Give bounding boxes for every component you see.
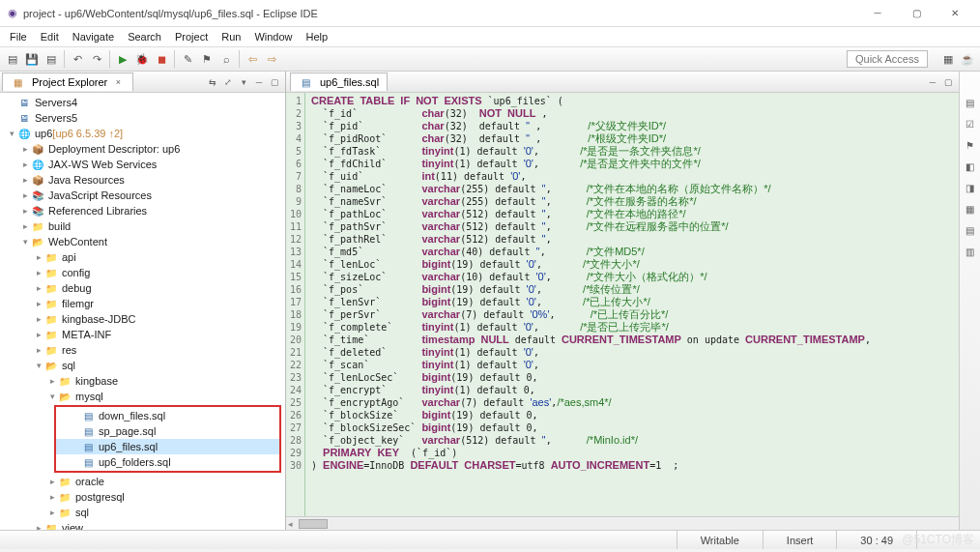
tree-node[interactable]: ▸📁debug [0,280,285,296]
forward-icon[interactable]: ⇨ [263,50,280,68]
tree-node[interactable]: ▸📚Referenced Libraries [0,203,285,218]
maximize-button[interactable]: ▢ [899,3,934,24]
tree-node[interactable]: ▾📂sql [0,358,285,373]
tree-node[interactable]: 🖥Servers4 [0,95,285,110]
rail-icon[interactable]: ▦ [963,201,978,217]
minimize-editor-icon[interactable]: ─ [926,75,939,89]
menu-run[interactable]: Run [216,29,246,44]
link-icon[interactable]: ⤢ [221,75,235,89]
bookmark-icon[interactable]: ⚑ [963,137,978,153]
debug-icon[interactable]: 🐞 [133,50,151,68]
quick-access[interactable]: Quick Access [847,50,928,68]
tree-node[interactable]: ▤up6_files.sql [56,439,279,454]
stop-icon[interactable]: ◼ [153,50,170,68]
tree-node[interactable]: ▸📁view [0,520,285,530]
new-icon[interactable]: ▤ [4,50,21,68]
tree-node[interactable]: ▾📂mysql [0,389,285,404]
code-content[interactable]: CREATE TABLE IF NOT EXISTS `up6_files` (… [305,93,959,516]
close-button[interactable]: ✕ [937,3,972,24]
menu-edit[interactable]: Edit [35,29,65,44]
save-icon[interactable]: 💾 [23,50,41,68]
tree-node[interactable]: ▾📂WebContent [0,234,285,249]
project-tree[interactable]: 🖥Servers4🖥Servers5▾🌐up6 [up6 6.5.39 ↑2]▸… [0,93,285,530]
menu-navigate[interactable]: Navigate [67,29,120,44]
twist-icon[interactable]: ▸ [19,206,31,216]
saveall-icon[interactable]: ▤ [43,50,60,68]
twist-icon[interactable]: ▸ [33,523,44,530]
tree-node[interactable]: ▸📦Deployment Descriptor: up6 [0,141,285,157]
tree-node[interactable]: ▸📁kingbase-JDBC [0,311,285,327]
editor-tab[interactable]: ▤ up6_files.sql [290,73,388,91]
tree-node[interactable]: ▤down_files.sql [56,408,279,423]
tree-node[interactable]: 🖥Servers5 [0,110,285,126]
twist-icon[interactable]: ▸ [46,492,58,502]
task-icon[interactable]: ☑ [963,116,978,131]
rail-icon[interactable]: ◨ [963,180,978,195]
outline-icon[interactable]: ▤ [963,95,978,110]
run-icon[interactable]: ▶ [114,50,131,68]
tool-icon[interactable]: ✎ [179,50,196,68]
scrollbar-thumb[interactable] [299,519,328,529]
rail-icon[interactable]: ▤ [963,222,978,238]
tool-icon[interactable]: ⌕ [217,50,235,68]
tree-node[interactable]: ▸📁api [0,249,285,265]
twist-icon[interactable]: ▾ [33,361,44,370]
maximize-view-icon[interactable]: ▢ [268,75,281,89]
horizontal-scrollbar[interactable]: ◂ [286,516,959,530]
twist-icon[interactable]: ▸ [19,175,31,185]
back-icon[interactable]: ⇦ [244,50,261,68]
twist-icon[interactable]: ▸ [19,144,31,154]
menu-file[interactable]: File [4,29,33,44]
tree-node[interactable]: ▤up6_folders.sql [56,454,279,470]
tree-node[interactable]: ▸📁build [0,218,285,234]
menu-window[interactable]: Window [248,29,298,44]
close-tab-icon[interactable]: × [111,75,125,89]
undo-icon[interactable]: ↶ [69,50,86,68]
menu-project[interactable]: Project [169,29,214,44]
menu-help[interactable]: Help [301,29,334,44]
twist-icon[interactable]: ▸ [19,190,31,200]
twist-icon[interactable]: ▸ [46,508,58,517]
tree-node[interactable]: ▸📁kingbase [0,373,285,389]
tree-node[interactable]: ▸📚JavaScript Resources [0,188,285,203]
tree-node[interactable]: ▤sp_page.sql [56,423,279,439]
tree-node[interactable]: ▸📁META-INF [0,327,285,342]
tree-node[interactable]: ▸📁config [0,265,285,280]
tree-node[interactable]: ▸📁oracle [0,474,285,489]
tool-icon[interactable]: ⚑ [198,50,216,68]
view-menu-icon[interactable]: ▾ [237,75,250,89]
editor-body[interactable]: 1234567891011121314151617181920212223242… [286,93,959,516]
tree-node[interactable]: ▸📁res [0,342,285,358]
tree-node[interactable]: ▸📦Java Resources [0,172,285,188]
perspective-java-icon[interactable]: ☕ [959,50,976,68]
twist-icon[interactable]: ▸ [46,477,58,486]
tree-node[interactable]: ▸🌐JAX-WS Web Services [0,157,285,172]
twist-icon[interactable]: ▸ [33,345,44,355]
tree-node[interactable]: ▸📁sql [0,505,285,520]
tree-node[interactable]: ▾🌐up6 [up6 6.5.39 ↑2] [0,126,285,141]
twist-icon[interactable]: ▸ [19,221,31,231]
minimize-view-icon[interactable]: ─ [252,75,266,89]
minimize-button[interactable]: ─ [860,3,895,24]
project-explorer-tab[interactable]: ▦ Project Explorer × [2,73,133,91]
twist-icon[interactable]: ▸ [46,376,58,386]
twist-icon[interactable]: ▸ [33,283,44,293]
twist-icon[interactable]: ▸ [33,330,44,339]
maximize-editor-icon[interactable]: ▢ [941,75,955,89]
menu-search[interactable]: Search [122,29,167,44]
tree-node[interactable]: ▸📁filemgr [0,296,285,311]
twist-icon[interactable]: ▸ [33,299,44,308]
twist-icon[interactable]: ▸ [19,160,31,169]
rail-icon[interactable]: ◧ [963,159,978,174]
rail-icon[interactable]: ▥ [963,244,978,259]
redo-icon[interactable]: ↷ [88,50,105,68]
twist-icon[interactable]: ▾ [19,237,31,247]
perspective-icon[interactable]: ▦ [939,50,957,68]
twist-icon[interactable]: ▸ [33,268,44,277]
collapse-icon[interactable]: ⇆ [206,75,219,89]
twist-icon[interactable]: ▸ [33,314,44,324]
twist-icon[interactable]: ▾ [6,129,17,138]
twist-icon[interactable]: ▸ [33,252,44,262]
tree-node[interactable]: ▸📁postgresql [0,489,285,505]
twist-icon[interactable]: ▾ [46,392,58,401]
